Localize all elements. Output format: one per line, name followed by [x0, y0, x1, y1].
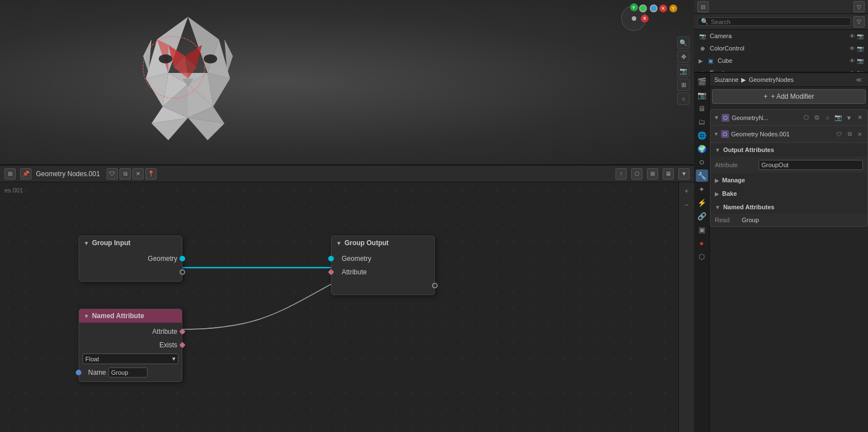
render-icon[interactable]: 📷: [696, 89, 708, 101]
sub-close-icon[interactable]: ✕: [855, 130, 864, 139]
sub-copy-icon[interactable]: ⧉: [845, 130, 854, 139]
mod-node-graph-icon[interactable]: ⬡: [802, 113, 811, 122]
type-dropdown[interactable]: Float ▾: [82, 353, 178, 364]
outliner-item-cube[interactable]: ▶ ▣ Cube 👁 📷: [694, 54, 868, 67]
collapse-arrow2[interactable]: ▼: [336, 240, 342, 246]
ne-minus-icon[interactable]: −: [681, 199, 693, 211]
sub-shield-icon[interactable]: 🛡: [835, 130, 844, 139]
sub-mod-expand[interactable]: ▼: [714, 131, 719, 137]
physics-icon[interactable]: ⚡: [696, 196, 708, 209]
data-icon[interactable]: ▣: [696, 223, 708, 236]
node-editor-pin[interactable]: 📌: [20, 168, 31, 180]
scene-icon[interactable]: 🎬: [696, 75, 708, 88]
output-attrs-section[interactable]: ▼ Output Attributes: [710, 143, 867, 157]
extra-output-socket2[interactable]: [432, 283, 438, 288]
collapse-arrow[interactable]: ▼: [84, 240, 89, 246]
mod-close-icon[interactable]: ✕: [855, 113, 864, 122]
mod-copy-icon[interactable]: ⧉: [812, 113, 821, 122]
add-modifier-button[interactable]: + + Add Modifier: [712, 89, 866, 104]
name-input-socket[interactable]: [76, 370, 81, 375]
pan-icon[interactable]: ✥: [677, 50, 690, 63]
cam3-icon[interactable]: 📷: [857, 58, 864, 64]
outliner-item-empty[interactable]: ⊕ Empty 👁 📷: [694, 67, 868, 73]
mod-toggle-icon[interactable]: ○: [823, 113, 832, 122]
group-output-header: ▼ Group Output: [332, 236, 434, 250]
scene-props-icon[interactable]: 🌐: [696, 129, 708, 141]
gizmo-center: [632, 16, 636, 21]
upload-icon[interactable]: ↑: [616, 168, 627, 180]
geometry-output-socket[interactable]: [180, 256, 185, 261]
output-icon[interactable]: 🖥: [696, 102, 708, 114]
manage-section[interactable]: ▶ Manage: [710, 173, 867, 187]
display-icon[interactable]: 🖥: [663, 168, 674, 180]
search-input-wrap[interactable]: 🔍: [697, 17, 851, 26]
exists-output-socket[interactable]: [179, 342, 185, 348]
menu-icon[interactable]: ▼: [678, 168, 690, 180]
mod-expand2-icon[interactable]: ▼: [844, 113, 853, 122]
particles-icon[interactable]: ✦: [696, 183, 708, 195]
modifier-icon[interactable]: 🔧: [696, 169, 708, 182]
collapse-arrow3[interactable]: ▼: [84, 313, 89, 319]
close-icon[interactable]: ✕: [132, 168, 144, 180]
gizmo-y-label: Y: [630, 3, 638, 11]
bake-section[interactable]: ▶ Bake: [710, 187, 867, 200]
mod-camera-icon[interactable]: 📷: [834, 113, 843, 122]
attribute-output-label: Attribute: [84, 328, 177, 336]
pin2-icon[interactable]: 📍: [145, 168, 157, 180]
outliner-item-camera[interactable]: 📷 Camera 👁 📷: [694, 30, 868, 42]
eye2-icon[interactable]: 👁: [849, 45, 855, 52]
viewlayer-icon[interactable]: 🗂: [696, 116, 708, 128]
name-value-field[interactable]: Group: [108, 367, 148, 378]
node-connections: [0, 182, 694, 432]
eye3-icon[interactable]: 👁: [849, 58, 855, 64]
filter2-icon[interactable]: ▽: [853, 16, 865, 27]
eye-icon[interactable]: 👁: [849, 33, 855, 39]
object-icon[interactable]: ○: [696, 156, 708, 168]
breadcrumb-item1[interactable]: Suzanne: [714, 76, 738, 83]
group-output-node[interactable]: ▼ Group Output Geometry Attribute: [331, 236, 435, 295]
breadcrumb-collapse-icon[interactable]: ≪: [855, 75, 864, 84]
search-input[interactable]: [711, 19, 848, 25]
breadcrumb-item2[interactable]: GeometryNodes: [748, 76, 793, 83]
zoom-icon[interactable]: 🔍: [677, 36, 690, 49]
vertices-icon[interactable]: ⬡: [696, 250, 708, 263]
attribute-output-socket[interactable]: [179, 328, 185, 334]
attribute-value-field[interactable]: GroupOut: [759, 160, 863, 170]
geometry-input-socket[interactable]: [328, 256, 334, 261]
world-icon[interactable]: 🌍: [696, 143, 708, 155]
mod-expand-arrow[interactable]: ▼: [714, 114, 719, 121]
shield-icon[interactable]: 🛡: [107, 168, 118, 180]
attribute-input-socket[interactable]: [328, 269, 334, 275]
named-attrs-section-header[interactable]: ▼ Named Attributes: [710, 200, 867, 214]
node-editor[interactable]: ⊞ 📌 Geometry Nodes.001 🛡 ⧉ ✕ 📍 ↑ ⬡ ⊞ 🖥 ▼…: [0, 166, 694, 432]
cube-name: Cube: [718, 57, 846, 64]
outliner-item-colorcontrol[interactable]: ⊕ ColorControl 👁 📷: [694, 42, 868, 54]
viewport-shading-icon[interactable]: ○: [677, 93, 690, 105]
cam2-icon[interactable]: 📷: [857, 45, 864, 52]
viewport-3d[interactable]: X Y 🔍 ✥ 📷 ⊞ ○ ✕ Y: [0, 0, 694, 166]
named-attrs-label: Named Attributes: [723, 204, 774, 210]
sub-mod-actions: 🛡 ⧉ ✕: [835, 130, 864, 139]
attribute-input-label: Attribute: [336, 268, 430, 276]
node-editor-type-icon[interactable]: ⊞: [4, 168, 16, 180]
ne-plus-icon[interactable]: +: [681, 185, 693, 197]
filter-icon[interactable]: ▽: [853, 1, 865, 12]
material-icon[interactable]: ●: [696, 237, 708, 249]
grid2-icon[interactable]: ⊞: [647, 168, 658, 180]
constraints-icon[interactable]: 🔗: [696, 210, 708, 222]
close-x[interactable]: ✕: [659, 4, 667, 12]
camera-vis-icon[interactable]: 📷: [857, 33, 864, 39]
named-attribute-node[interactable]: ▼ Named Attribute Attribute Exists: [79, 309, 182, 382]
overlay-icon[interactable]: ⬡: [631, 168, 642, 180]
group-input-node[interactable]: ▼ Group Input Geometry: [79, 236, 182, 282]
outliner-type-icon[interactable]: ⊟: [697, 1, 709, 12]
name-input-row: Name Group: [79, 366, 182, 379]
extra-output-socket[interactable]: [180, 269, 185, 275]
shading-y[interactable]: Y: [669, 4, 677, 12]
shading-solid[interactable]: [639, 4, 647, 12]
grid-icon[interactable]: ⊞: [677, 79, 690, 91]
node-canvas[interactable]: ▼ Group Input Geometry: [0, 182, 694, 432]
camera-view-icon[interactable]: 📷: [677, 65, 690, 77]
shading-rendered[interactable]: [650, 4, 658, 12]
copy-icon[interactable]: ⧉: [120, 168, 131, 180]
